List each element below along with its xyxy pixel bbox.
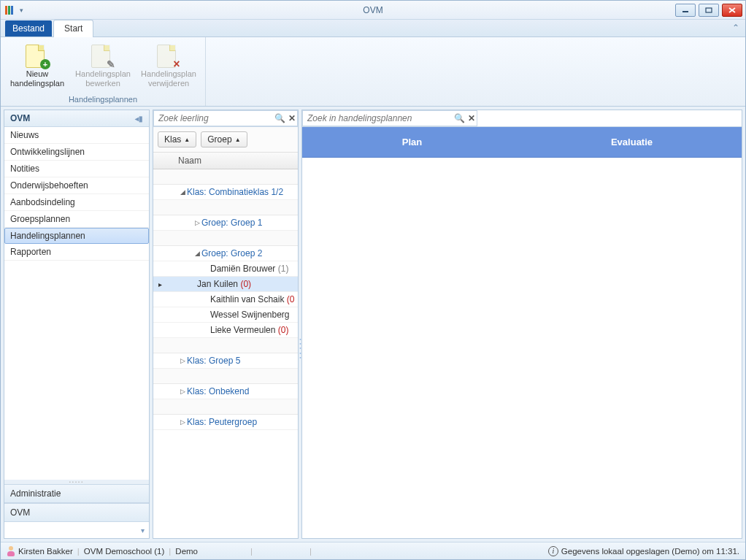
detail-body: ● ● ● ● ●: [302, 158, 742, 538]
tree-blank-row: [153, 200, 298, 215]
delete-handelingsplan-button[interactable]: × Handelingsplan verwijderen: [138, 42, 199, 90]
user-icon: [7, 546, 15, 556]
sidebar-section-administratie[interactable]: Administratie: [4, 484, 149, 503]
detail-panel: 🔍 ✕ Plan Evaluatie ● ● ● ● ●: [301, 110, 742, 539]
sidebar-item-groepsplannen[interactable]: Groepsplannen: [4, 211, 149, 228]
expand-icon[interactable]: ▷: [178, 357, 187, 364]
column-header-naam[interactable]: Naam: [153, 153, 298, 169]
sidebar-item-notities[interactable]: Notities: [4, 161, 149, 177]
info-icon: i: [548, 546, 558, 556]
main-area: OVM ◂▮ Nieuws Ontwikkelingslijnen Notiti…: [1, 107, 745, 542]
sidebar-nav-list: Nieuws Ontwikkelingslijnen Notities Onde…: [4, 127, 149, 480]
pencil-icon: ✎: [106, 59, 116, 69]
search-leerling-box: 🔍 ✕: [153, 110, 298, 126]
tree-group-groep1[interactable]: ▷ Groep: Groep 1: [153, 215, 298, 231]
delete-x-icon: ×: [172, 59, 182, 69]
status-env: Demo: [175, 547, 198, 556]
status-saved: Gegevens lokaal opgeslagen (Demo) om 11:…: [561, 547, 739, 556]
edit-handelingsplan-button[interactable]: ✎ Handelingsplan bewerken: [72, 42, 134, 90]
ribbon-group-handelingsplannen: + Nieuw handelingsplan ✎ Handelingsplan …: [1, 37, 206, 106]
tree-student-row[interactable]: Lieke Vermeulen (0): [153, 323, 298, 338]
plus-icon: +: [40, 59, 50, 69]
sidebar-header-label: OVM: [10, 113, 30, 123]
tree-group-klas-groep5[interactable]: ▷ Klas: Groep 5: [153, 353, 298, 369]
app-icon: [5, 5, 15, 15]
groupby-klas-button[interactable]: Klas▲: [158, 131, 196, 147]
status-bar: Kirsten Bakker | OVM Demoschool (1) | De…: [1, 542, 745, 559]
sidebar-item-onderwijsbehoeften[interactable]: Onderwijsbehoeften: [4, 177, 149, 194]
window-title: OVM: [363, 5, 382, 15]
search-handelingsplannen-input[interactable]: [303, 112, 453, 125]
detail-column-headers: Plan Evaluatie: [302, 127, 742, 158]
search-icon[interactable]: 🔍: [453, 113, 466, 123]
group-by-bar: Klas▲ Groep▲: [153, 127, 298, 153]
sidebar-footer: ▾: [4, 522, 149, 538]
sidebar-item-aanbodsindeling[interactable]: Aanbodsindeling: [4, 194, 149, 211]
tree-student-row[interactable]: Damiën Brouwer (1): [153, 261, 298, 277]
status-user: Kirsten Bakker: [18, 547, 73, 556]
clear-search-icon[interactable]: ✕: [466, 113, 477, 123]
tree-student-row[interactable]: ▸ Jan Kuilen (0): [153, 277, 298, 292]
student-tree: ◢ Klas: Combinatieklas 1/2 ▷ Groep: Groe…: [153, 169, 298, 538]
expand-icon[interactable]: ▷: [193, 219, 201, 226]
column-header-plan[interactable]: Plan: [302, 137, 522, 147]
tree-group-groep2[interactable]: ◢ Groep: Groep 2: [153, 246, 298, 261]
tree-blank-row: [153, 169, 298, 185]
sidebar-section-ovm[interactable]: OVM: [4, 503, 149, 522]
sidebar-item-rapporten[interactable]: Rapporten: [4, 244, 149, 261]
ribbon-tab-bestand[interactable]: Bestand: [5, 20, 52, 37]
tree-group-klas-onbekend[interactable]: ▷ Klas: Onbekend: [153, 384, 298, 399]
sort-asc-icon: ▲: [235, 137, 241, 143]
sidebar-item-nieuws[interactable]: Nieuws: [4, 127, 149, 144]
expand-icon[interactable]: ▷: [178, 388, 187, 395]
current-row-marker-icon: ▸: [153, 280, 166, 288]
ribbon-tabs: Bestand Start ⌃: [1, 20, 745, 37]
search-leerling-input[interactable]: [154, 112, 273, 125]
tree-blank-row: [153, 231, 298, 246]
search-icon[interactable]: 🔍: [273, 113, 287, 123]
ribbon-collapse-icon[interactable]: ⌃: [732, 23, 739, 33]
ribbon-group-label: Handelingsplannen: [2, 93, 204, 106]
status-school: OVM Demoschool (1): [84, 547, 165, 556]
close-button[interactable]: [722, 4, 742, 17]
ribbon-tab-start[interactable]: Start: [53, 20, 93, 37]
splitter-grip-icon[interactable]: ● ● ● ● ●: [299, 337, 301, 358]
expand-icon[interactable]: ▷: [178, 418, 187, 426]
tree-student-row[interactable]: Kaithlin van Schaik (0: [153, 292, 298, 307]
clear-search-icon[interactable]: ✕: [287, 113, 297, 123]
sidebar-item-handelingsplannen[interactable]: Handelingsplannen: [4, 228, 149, 244]
sidebar: OVM ◂▮ Nieuws Ontwikkelingslijnen Notiti…: [4, 110, 150, 539]
new-handelingsplan-button[interactable]: + Nieuw handelingsplan: [7, 42, 68, 90]
sidebar-item-ontwikkelingslijnen[interactable]: Ontwikkelingslijnen: [4, 144, 149, 161]
tree-student-row[interactable]: Wessel Swijnenberg: [153, 307, 298, 323]
tree-blank-row: [153, 369, 298, 384]
title-bar: ▾ OVM: [1, 1, 745, 20]
tree-blank-row: [153, 338, 298, 353]
tree-group-klas-peutergroep[interactable]: ▷ Klas: Peutergroep: [153, 415, 298, 430]
maximize-button[interactable]: [699, 4, 719, 17]
minimize-button[interactable]: [675, 4, 696, 17]
qat-dropdown-icon[interactable]: ▾: [20, 7, 23, 14]
column-header-evaluatie[interactable]: Evaluatie: [522, 137, 742, 147]
tree-group-klas-combinatieklas[interactable]: ◢ Klas: Combinatieklas 1/2: [153, 185, 298, 200]
sidebar-header: OVM ◂▮: [4, 110, 149, 127]
sidebar-collapse-icon[interactable]: ◂▮: [135, 115, 143, 123]
svg-rect-1: [706, 8, 712, 12]
ribbon: + Nieuw handelingsplan ✎ Handelingsplan …: [1, 37, 745, 107]
tree-blank-row: [153, 399, 298, 415]
sidebar-overflow-icon[interactable]: ▾: [141, 526, 145, 534]
search-handelingsplannen-box: 🔍 ✕: [302, 110, 477, 126]
student-panel: 🔍 ✕ Klas▲ Groep▲ Naam ◢ Klas: Combinatie…: [153, 110, 299, 539]
collapse-icon[interactable]: ◢: [193, 250, 201, 257]
groupby-groep-button[interactable]: Groep▲: [201, 131, 247, 147]
sort-asc-icon: ▲: [184, 137, 190, 143]
collapse-icon[interactable]: ◢: [178, 188, 187, 196]
